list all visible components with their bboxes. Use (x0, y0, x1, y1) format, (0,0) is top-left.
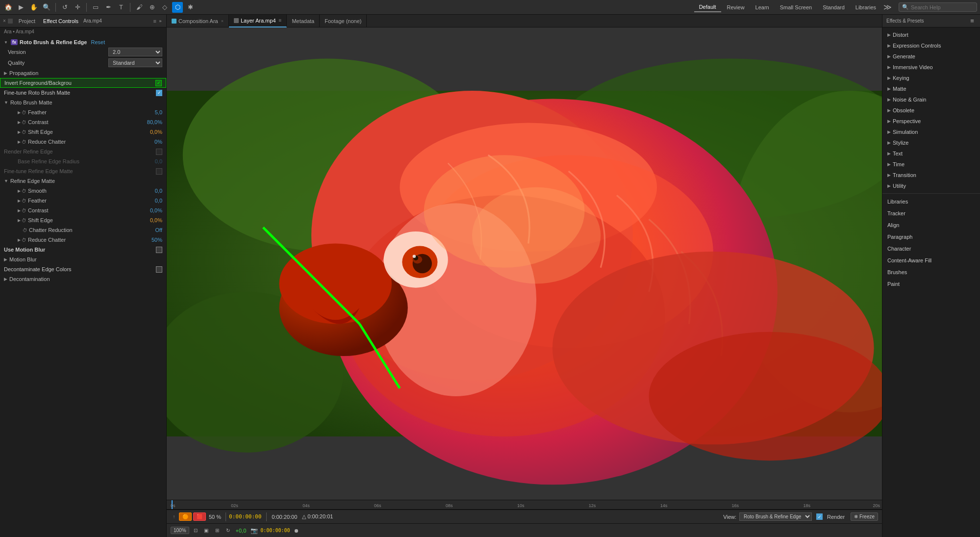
noise-grain-category[interactable]: ▶ Noise & Grain (882, 94, 980, 105)
workspace-learn[interactable]: Learn (751, 3, 774, 12)
contrast-stopwatch-icon[interactable]: ⏱ (22, 120, 26, 125)
motion-blur-section[interactable]: ▶ Motion Blur (0, 255, 166, 264)
fit-view-icon[interactable]: ⊡ (191, 526, 200, 535)
shift-edge-value[interactable]: 0,0% (150, 129, 162, 135)
project-tab[interactable]: Project (15, 17, 39, 25)
render-refine-checkbox[interactable] (156, 149, 162, 155)
workspace-small-screen[interactable]: Small Screen (775, 3, 817, 12)
r-contrast-value[interactable]: 0,0% (150, 207, 162, 213)
character-panel[interactable]: Character (882, 243, 980, 255)
workspace-libraries[interactable]: Libraries (851, 3, 881, 12)
layer-icon-move[interactable]: ↑ (171, 513, 177, 520)
view-mode-select[interactable]: Roto Brush & Refine Edge (739, 512, 812, 521)
contrast-value[interactable]: 80,0% (147, 119, 162, 125)
panel-close-icon[interactable]: × (3, 18, 6, 24)
decontamination-section[interactable]: ▶ Decontamination (0, 274, 166, 284)
pen-tool-icon[interactable]: ✒ (103, 2, 114, 13)
invert-fg-bg-checkbox[interactable] (155, 80, 162, 86)
home-icon[interactable]: 🏠 (3, 2, 14, 13)
r-contrast-triangle-icon[interactable]: ▶ (18, 208, 21, 213)
zoom-level[interactable]: 100% (171, 527, 189, 534)
r-shift-edge-triangle-icon[interactable]: ▶ (18, 218, 21, 223)
layer-tab-menu[interactable]: ≡ (279, 18, 282, 23)
libraries-panel[interactable]: Libraries (882, 196, 980, 207)
transition-category[interactable]: ▶ Transition (882, 170, 980, 180)
reduce-chatter-stopwatch-icon[interactable]: ⏱ (22, 139, 26, 145)
search-input[interactable] (911, 4, 974, 10)
render-checkbox[interactable] (816, 513, 823, 520)
matte-category[interactable]: ▶ Matte (882, 83, 980, 94)
more-workspaces-icon[interactable]: ≫ (882, 2, 893, 13)
shift-edge-triangle-icon[interactable]: ▶ (18, 130, 21, 134)
time-category[interactable]: ▶ Time (882, 159, 980, 170)
select-tool-icon[interactable]: ▶ (16, 2, 26, 13)
content-aware-fill-panel[interactable]: Content-Aware Fill (882, 255, 980, 266)
rect-tool-icon[interactable]: ▭ (90, 2, 101, 13)
propagation-section[interactable]: ▶ Propagation (0, 68, 166, 78)
freeze-button[interactable]: ❄ Freeze (851, 512, 878, 521)
zoom-tool-icon[interactable]: 🔍 (41, 2, 52, 13)
playback-timecode[interactable]: 0:00:00:00 (260, 528, 290, 533)
workspace-default[interactable]: Default (694, 2, 721, 12)
r-contrast-stopwatch-icon[interactable]: ⏱ (22, 208, 26, 213)
time-current[interactable]: 0:00:00:00 (229, 513, 261, 520)
puppet-icon[interactable]: ✱ (185, 2, 196, 13)
smooth-stopwatch-icon[interactable]: ⏱ (22, 188, 26, 194)
paint-panel[interactable]: Paint (882, 278, 980, 290)
camera-icon[interactable]: 📷 (250, 526, 258, 535)
safe-zones-icon[interactable]: ▣ (202, 526, 211, 535)
reset-button[interactable]: Reset (91, 39, 105, 45)
smooth-value[interactable]: 0,0 (155, 188, 162, 194)
r-feather-stopwatch-icon[interactable]: ⏱ (22, 198, 26, 204)
play-icon[interactable]: ⏺ (292, 526, 301, 535)
r-shift-edge-stopwatch-icon[interactable]: ⏱ (22, 218, 26, 223)
expression-controls-category[interactable]: ▶ Expression Controls (882, 40, 980, 51)
generate-category[interactable]: ▶ Generate (882, 51, 980, 62)
utility-category[interactable]: ▶ Utility (882, 180, 980, 191)
roto-red-btn[interactable]: 🟥 (193, 512, 206, 521)
effects-tab[interactable]: Effect Controls (39, 17, 82, 25)
contrast-triangle-icon[interactable]: ▶ (18, 120, 21, 125)
perspective-category[interactable]: ▶ Perspective (882, 116, 980, 127)
r-feather-triangle-icon[interactable]: ▶ (18, 199, 21, 203)
tracker-panel[interactable]: Tracker (882, 207, 980, 219)
feather-stopwatch-icon[interactable]: ⏱ (22, 110, 26, 115)
move-icon[interactable]: ✛ (72, 2, 83, 13)
distort-category[interactable]: ▶ Distort (882, 29, 980, 40)
r-shift-edge-value[interactable]: 0,0% (150, 217, 162, 223)
align-panel[interactable]: Align (882, 219, 980, 231)
workspace-standard[interactable]: Standard (818, 3, 850, 12)
quality-select[interactable]: Standard (108, 58, 162, 67)
rotate-icon[interactable]: ↺ (59, 2, 70, 13)
shift-edge-stopwatch-icon[interactable]: ⏱ (22, 129, 26, 135)
r-reduce-chatter-stopwatch-icon[interactable]: ⏱ (22, 237, 26, 243)
rotation-icon[interactable]: ↻ (224, 526, 232, 535)
smooth-triangle-icon[interactable]: ▶ (18, 189, 21, 193)
layer-tab[interactable]: Layer Ara.mp4 ≡ (229, 15, 287, 27)
reduce-chatter-value[interactable]: 0% (154, 139, 162, 145)
brush-tool-icon[interactable]: 🖌 (134, 2, 145, 13)
collapse-triangle-icon[interactable]: ▼ (4, 40, 8, 45)
roto-active-btn[interactable]: 🟠 (179, 512, 192, 521)
fine-tune-checkbox[interactable] (156, 90, 162, 96)
r-feather-value[interactable]: 0,0 (155, 198, 162, 204)
feather-value[interactable]: 5,0 (155, 109, 162, 115)
roto-brush-icon[interactable]: ⬡ (172, 2, 183, 13)
keying-category[interactable]: ▶ Keying (882, 73, 980, 83)
paragraph-panel[interactable]: Paragraph (882, 231, 980, 243)
decontaminate-checkbox[interactable] (156, 266, 162, 273)
metadata-tab[interactable]: Metadata (287, 15, 320, 27)
r-reduce-chatter-triangle-icon[interactable]: ▶ (18, 238, 21, 242)
workspace-review[interactable]: Review (722, 3, 750, 12)
reduce-chatter-triangle-icon[interactable]: ▶ (18, 140, 21, 144)
brushes-panel[interactable]: Brushes (882, 266, 980, 278)
feather-triangle-icon[interactable]: ▶ (18, 110, 21, 115)
fine-tune-refine-checkbox[interactable] (156, 168, 162, 175)
stamp-tool-icon[interactable]: ⊕ (147, 2, 157, 13)
expand-icon[interactable]: » (156, 17, 164, 25)
text-category[interactable]: ▶ Text (882, 148, 980, 159)
chatter-reduction-value[interactable]: Off (155, 227, 162, 233)
right-panel-menu-icon[interactable]: ≡ (968, 17, 976, 25)
refine-edge-matte-section[interactable]: ▼ Refine Edge Matte (0, 176, 166, 186)
composition-tab[interactable]: Composition Ara × (167, 15, 229, 27)
